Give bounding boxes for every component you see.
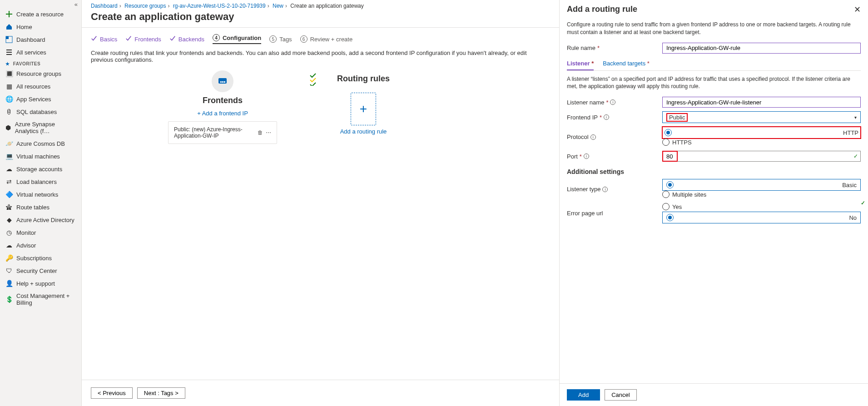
frontend-ip-label: Public: (new) Azure-Ingress-Application-…: [174, 126, 254, 139]
add-frontend-ip-link[interactable]: + Add a frontend IP: [197, 110, 248, 117]
nav-label: Home: [16, 24, 32, 30]
svg-rect-3: [220, 81, 222, 83]
nav-synapse[interactable]: ⬢Azure Synapse Analytics (f…: [0, 118, 81, 137]
tab-frontends[interactable]: Frontends: [125, 35, 161, 43]
nav-sql-databases[interactable]: 🛢SQL databases: [0, 105, 81, 118]
nav-subscriptions[interactable]: 🔑Subscriptions: [0, 252, 81, 264]
dashboard-icon: [5, 36, 13, 43]
rule-name-input[interactable]: [662, 43, 861, 54]
nav-resource-groups[interactable]: 🔳Resource groups: [0, 67, 81, 80]
frontends-tile-icon: [212, 70, 233, 92]
frontends-title: Frontends: [203, 96, 243, 105]
port-input[interactable]: [662, 151, 861, 162]
vm-icon: 💻: [5, 153, 13, 160]
nav-storage-accounts[interactable]: ☁Storage accounts: [0, 163, 81, 175]
add-routing-rule-blade: Add a routing rule ✕ Configure a routing…: [559, 0, 868, 406]
crumb-rg[interactable]: rg-av-Azure-West-US-2-10-20-719939: [173, 3, 266, 9]
frontends-column: Frontends + Add a frontend IP Public: (n…: [154, 70, 291, 380]
listener-type-label: Listener type: [567, 186, 600, 193]
listener-type-multiple-radio[interactable]: Multiple sites: [662, 191, 706, 198]
plus-icon: [5, 10, 13, 18]
add-button[interactable]: Add: [567, 389, 600, 401]
favorites-header: ★ FAVORITES: [0, 59, 81, 67]
check-icon: [91, 35, 97, 43]
monitor-icon: ◷: [5, 229, 13, 236]
info-icon[interactable]: i: [604, 114, 609, 120]
subtab-backend-targets[interactable]: Backend targets *: [603, 57, 650, 70]
blade-title: Add a routing rule: [567, 5, 637, 14]
protocol-https-radio[interactable]: HTTPS: [662, 139, 692, 146]
nav-load-balancers[interactable]: ⇄Load balancers: [0, 175, 81, 188]
nav-virtual-machines[interactable]: 💻Virtual machines: [0, 150, 81, 163]
error-page-no-radio[interactable]: No: [662, 212, 861, 223]
listener-name-label: Listener name: [567, 99, 604, 106]
tab-review-create[interactable]: 6 Review + create: [300, 35, 353, 43]
nav-home[interactable]: Home: [0, 20, 81, 33]
info-icon[interactable]: i: [610, 99, 615, 105]
listener-type-basic-radio[interactable]: Basic: [662, 179, 861, 191]
wizard-tabs: Basics Frontends Backends 4 Configuratio…: [82, 28, 559, 48]
storage-icon: ☁: [5, 165, 13, 173]
previous-button[interactable]: < Previous: [91, 387, 133, 399]
routing-rules-title: Routing rules: [337, 74, 390, 84]
nav-aad[interactable]: ◆Azure Active Directory: [0, 213, 81, 226]
step-number-icon: 4: [213, 34, 220, 41]
tab-backends[interactable]: Backends: [169, 35, 204, 43]
delete-icon[interactable]: 🗑: [258, 129, 263, 136]
nav-cosmos-db[interactable]: 🪐Azure Cosmos DB: [0, 137, 81, 150]
info-icon[interactable]: i: [602, 187, 608, 192]
nav-app-services[interactable]: 🌐App Services: [0, 93, 81, 105]
key-icon: 🔑: [5, 254, 13, 262]
tab-basics[interactable]: Basics: [91, 35, 117, 43]
crumb-new[interactable]: New: [273, 3, 283, 9]
main-content: Dashboard› Resource groups› rg-av-Azure-…: [82, 0, 559, 406]
nav-dashboard[interactable]: Dashboard: [0, 33, 81, 46]
crumb-resource-groups[interactable]: Resource groups: [124, 3, 166, 9]
valid-icon: ✓: [853, 153, 858, 159]
add-routing-rule-card[interactable]: +: [351, 93, 376, 125]
svg-rect-4: [222, 81, 223, 83]
synapse-icon: ⬢: [5, 124, 11, 131]
nav-virtual-networks[interactable]: 🔷Virtual networks: [0, 188, 81, 201]
page-title: Create an application gateway: [82, 9, 559, 27]
cancel-button[interactable]: Cancel: [605, 389, 636, 401]
help-icon: 👤: [5, 280, 13, 287]
cosmos-icon: 🪐: [5, 140, 13, 147]
frontend-ip-card[interactable]: Public: (new) Azure-Ingress-Application-…: [168, 121, 277, 144]
left-sidebar: « Create a resource Home Dashboard All s…: [0, 0, 82, 406]
collapse-sidebar-icon[interactable]: «: [0, 0, 81, 8]
more-icon[interactable]: ⋯: [266, 129, 271, 136]
error-page-yes-radio[interactable]: Yes: [662, 203, 682, 210]
nav-advisor[interactable]: ☁Advisor: [0, 239, 81, 252]
sql-icon: 🛢: [5, 108, 13, 115]
protocol-http-radio[interactable]: HTTP: [662, 127, 861, 139]
aad-icon: ◆: [5, 216, 13, 223]
nav-route-tables[interactable]: 🛣Route tables: [0, 201, 81, 213]
close-icon[interactable]: ✕: [854, 5, 861, 15]
crumb-dashboard[interactable]: Dashboard: [91, 3, 118, 9]
rule-name-label: Rule name: [567, 45, 595, 51]
nav-security-center[interactable]: 🛡Security Center: [0, 264, 81, 277]
tab-configuration[interactable]: 4 Configuration: [213, 34, 261, 44]
listener-name-input[interactable]: [662, 97, 861, 108]
nav-all-services[interactable]: All services: [0, 46, 81, 59]
nav-all-resources[interactable]: ▦All resources: [0, 80, 81, 93]
frontend-ip-select[interactable]: Public ▾: [662, 111, 861, 123]
info-icon[interactable]: i: [590, 134, 596, 140]
subtab-listener[interactable]: Listener *: [567, 57, 594, 70]
nav-cost-mgmt[interactable]: 💲Cost Management + Billing: [0, 290, 81, 309]
next-button[interactable]: Next : Tags >: [137, 387, 185, 399]
nav-help-support[interactable]: 👤Help + support: [0, 277, 81, 290]
config-description: Create routing rules that link your fron…: [82, 48, 559, 70]
shield-icon: 🛡: [5, 267, 13, 274]
vnet-icon: 🔷: [5, 191, 13, 198]
frontend-ip-label: Frontend IP: [567, 114, 598, 121]
svg-rect-2: [218, 78, 227, 84]
protocol-label: Protocol: [567, 134, 589, 140]
info-icon[interactable]: i: [584, 153, 589, 159]
add-routing-rule-link[interactable]: Add a routing rule: [340, 128, 387, 135]
nav-monitor[interactable]: ◷Monitor: [0, 226, 81, 239]
all-resources-icon: ▦: [5, 83, 13, 90]
nav-create-resource[interactable]: Create a resource: [0, 8, 81, 20]
tab-tags[interactable]: 5 Tags: [269, 35, 292, 43]
